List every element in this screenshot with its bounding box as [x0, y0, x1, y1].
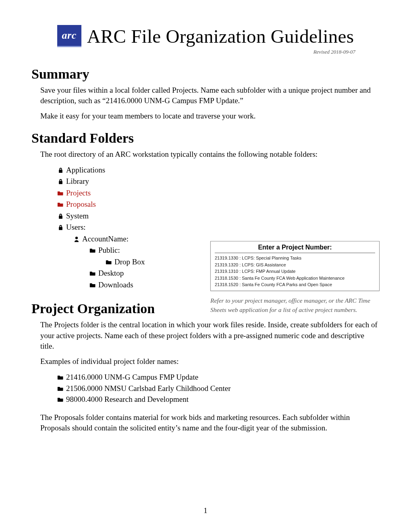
person-icon: [73, 233, 81, 245]
project-lookup-heading: Enter a Project Number:: [215, 244, 375, 253]
folder-icon: [56, 199, 64, 210]
folder-label: AccountName:: [82, 235, 129, 243]
lock-icon: [56, 176, 64, 187]
folder-label: Downloads: [98, 281, 133, 289]
folder-label: Applications: [66, 166, 105, 174]
project-lookup-caption: Refer to your project manager, office ma…: [210, 296, 380, 315]
lock-icon: [56, 222, 64, 233]
examples-list: 21416.0000 UNM-G Campus FMP Update 21506…: [56, 372, 380, 405]
project-lookup-panel: Enter a Project Number: 21319.1330 : LCP…: [210, 241, 380, 314]
summary-paragraph-2: Make it easy for your team members to lo…: [40, 111, 380, 121]
folder-icon: [56, 372, 64, 383]
divider: [215, 253, 375, 253]
folder-label: Drop Box: [114, 258, 145, 266]
project-row: 21318.1530 : Santa Fe County FCA Web App…: [215, 275, 375, 282]
summary-paragraph-1: Save your files within a local folder ca…: [40, 85, 380, 106]
project-row: 21318.1520 : Santa Fe County FCA Parks a…: [215, 281, 375, 288]
arc-logo: arc: [57, 25, 81, 47]
lock-icon: [56, 164, 64, 176]
lock-icon: [56, 210, 64, 222]
page-title: ARC File Organization Guidelines: [87, 25, 354, 47]
folder-label: Proposals: [66, 200, 96, 208]
example-item: 98000.4000 Research and Development: [66, 395, 189, 403]
examples-label: Examples of individual project folder na…: [40, 356, 380, 367]
project-row: 21319.1330 : LCPS: Special Planning Task…: [215, 255, 375, 262]
folder-label: Public:: [98, 246, 120, 254]
heading-standard-folders: Standard Folders: [31, 131, 380, 146]
folder-icon: [56, 394, 64, 405]
project-org-paragraph-2: The Proposals folder contains material f…: [40, 412, 380, 433]
heading-summary: Summary: [31, 66, 380, 82]
folder-label: Users:: [66, 223, 86, 231]
project-org-paragraph-1: The Projects folder is the central locat…: [40, 320, 380, 351]
revised-date: Revised 2018-09-07: [31, 49, 355, 55]
folder-label: Projects: [66, 189, 91, 197]
page-number: 1: [0, 506, 411, 515]
folder-icon: [56, 187, 64, 199]
example-item: 21416.0000 UNM-G Campus FMP Update: [66, 373, 198, 381]
folder-icon: [89, 268, 97, 279]
project-row: 21319.1320 : LCPS: GIS Assistance: [215, 262, 375, 268]
folder-label: System: [66, 212, 89, 220]
standard-intro: The root directory of an ARC workstation…: [40, 149, 380, 160]
project-row: 21319.1310 : LCPS: FMP Annual Update: [215, 268, 375, 275]
folder-icon: [56, 383, 64, 394]
folder-icon: [89, 279, 97, 291]
example-item: 21506.0000 NMSU Carlsbad Early Childhood…: [66, 384, 230, 393]
folder-label: Desktop: [98, 269, 124, 277]
folder-label: Library: [66, 177, 89, 185]
folder-icon: [105, 256, 113, 268]
folder-icon: [89, 245, 97, 256]
